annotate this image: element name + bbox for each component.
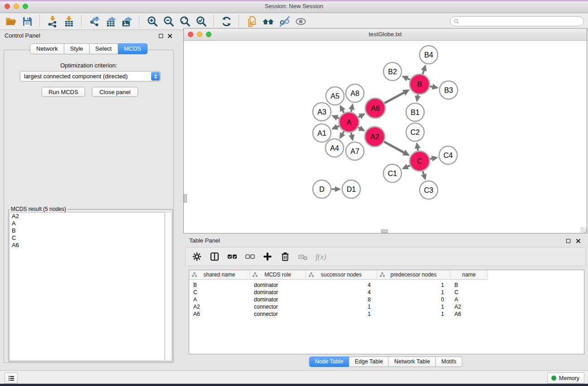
graph-node-B4[interactable]: B4: [420, 46, 438, 64]
mcds-list-scrollbar[interactable]: [165, 212, 172, 361]
search-box[interactable]: [450, 16, 584, 26]
graph-node-A6[interactable]: A6: [365, 98, 385, 118]
network-view-window: testGlobe.txt B4B2BB3A8A5A6B1A3AC2A1A2A4…: [183, 28, 587, 234]
columns-button[interactable]: [208, 250, 221, 263]
graph-node-A[interactable]: A: [339, 112, 359, 132]
task-list-icon: [8, 375, 15, 382]
close-panel-button[interactable]: Close panel: [92, 87, 138, 97]
column-header-shared-name[interactable]: shared name: [189, 270, 250, 280]
horizontal-scroll-thumb[interactable]: [381, 229, 388, 233]
graph-node-C4[interactable]: C4: [439, 146, 457, 164]
graph-node-D1[interactable]: D1: [342, 180, 360, 198]
graph-node-A5[interactable]: A5: [326, 87, 344, 105]
network-canvas[interactable]: B4B2BB3A8A5A6B1A3AC2A1A2A4A7C4CC1C3DD1: [184, 41, 587, 233]
hide-selected-button[interactable]: [276, 14, 292, 28]
column-header-mcds-role[interactable]: MCDS role: [250, 270, 306, 280]
graph-node-A1[interactable]: A1: [313, 124, 331, 142]
graph-edge-A2-C[interactable]: [384, 142, 405, 153]
tab-select[interactable]: Select: [90, 43, 118, 54]
float-table-panel-icon[interactable]: [565, 238, 571, 244]
function-builder-button[interactable]: f(x): [314, 250, 327, 263]
uncheck-all-button[interactable]: [243, 250, 257, 263]
graph-node-A4[interactable]: A4: [325, 139, 344, 157]
home-view-button[interactable]: [260, 14, 276, 28]
optimization-criterion-dropdown[interactable]: largest connected component (directed): [20, 71, 161, 81]
trash-button[interactable]: [278, 250, 292, 263]
table-row[interactable]: Cdominator41C: [189, 289, 584, 296]
resize-grip[interactable]: [581, 227, 587, 233]
tab-mcds[interactable]: MCDS: [118, 43, 148, 54]
graph-node-C1[interactable]: C1: [383, 164, 402, 182]
zoom-fit-button[interactable]: [177, 14, 193, 28]
graph-node-C2[interactable]: C2: [406, 123, 424, 141]
tab-motifs[interactable]: Motifs: [436, 357, 462, 367]
graph-node-B1[interactable]: B1: [406, 103, 424, 121]
main-titlebar: Session: New Session: [0, 0, 588, 13]
float-panel-icon[interactable]: [158, 33, 164, 39]
mcds-result-item[interactable]: A2: [10, 213, 164, 220]
graph-node-A3[interactable]: A3: [313, 103, 331, 121]
zoom-in-button[interactable]: [144, 14, 160, 28]
graph-node-D[interactable]: D: [313, 180, 331, 198]
search-input[interactable]: [461, 18, 580, 25]
tab-style[interactable]: Style: [64, 43, 90, 54]
graph-node-label: A7: [350, 148, 359, 155]
graph-node-A2[interactable]: A2: [365, 127, 385, 147]
table-row[interactable]: A6connector11A6: [189, 310, 584, 318]
add-column-icon: [262, 251, 273, 262]
export-table-button[interactable]: [102, 14, 119, 28]
graph-node-A7[interactable]: A7: [346, 142, 364, 160]
vertical-scroll-thumb[interactable]: [184, 194, 187, 203]
graph-node-label: A2: [370, 133, 379, 141]
delete-table-icon: [297, 251, 308, 262]
open-file-button[interactable]: [3, 14, 19, 28]
export-network-button[interactable]: [86, 14, 102, 28]
mcds-result-item[interactable]: B: [10, 227, 164, 234]
mcds-result-item[interactable]: C: [10, 234, 164, 242]
show-eye-button[interactable]: [292, 14, 309, 28]
check-all-button[interactable]: [225, 250, 239, 263]
network-document-button[interactable]: [244, 14, 260, 28]
memory-button[interactable]: Memory: [547, 372, 584, 384]
tab-edge-table[interactable]: Edge Table: [349, 357, 389, 367]
graph-node-B[interactable]: B: [410, 74, 430, 94]
mcds-result-title: MCDS result (5 nodes): [10, 206, 67, 212]
import-network-button[interactable]: [44, 14, 61, 28]
graph-node-C3[interactable]: C3: [420, 181, 438, 199]
refresh-network-button[interactable]: [218, 14, 234, 28]
mcds-result-item[interactable]: A6: [10, 242, 164, 249]
graph-node-label: B3: [444, 86, 453, 94]
zoom-out-button[interactable]: [160, 14, 177, 28]
add-column-button[interactable]: [261, 250, 274, 263]
import-table-button[interactable]: [61, 14, 77, 28]
graph-node-A8[interactable]: A8: [346, 84, 364, 102]
mcds-result-item[interactable]: A: [10, 220, 164, 227]
graph-node-label: C: [417, 157, 422, 165]
tab-node-table[interactable]: Node Table: [309, 357, 349, 367]
table-row[interactable]: Adominator80A: [189, 296, 584, 303]
tab-network[interactable]: Network: [30, 43, 64, 54]
column-header-successor-nodes[interactable]: successor nodes: [306, 270, 377, 280]
graph-edge-A6-B[interactable]: [385, 92, 405, 103]
application-window: Session: New Session Control Panel Netwo…: [0, 0, 588, 386]
save-session-button[interactable]: [19, 14, 35, 28]
close-panel-icon[interactable]: [167, 33, 173, 39]
gear-button[interactable]: [190, 250, 204, 263]
export-image-button[interactable]: [119, 14, 135, 28]
hierarchy-icon: [252, 272, 258, 278]
zoom-selected-button[interactable]: [193, 14, 209, 28]
close-table-panel-icon[interactable]: [575, 238, 581, 244]
task-history-button[interactable]: [5, 372, 18, 384]
column-header-name[interactable]: name: [450, 270, 488, 280]
graph-node-C[interactable]: C: [410, 151, 430, 171]
delete-table-button[interactable]: [296, 250, 310, 263]
graph-node-B2[interactable]: B2: [383, 62, 402, 81]
zoom-out-icon: [163, 15, 175, 28]
column-header-predecessor-nodes[interactable]: predecessor nodes: [377, 270, 450, 280]
toolbar-separator: [81, 15, 82, 27]
table-row[interactable]: A2connector11A2: [189, 303, 584, 310]
table-row[interactable]: Bdominator41B: [189, 281, 584, 289]
run-mcds-button[interactable]: Run MCDS: [42, 87, 85, 97]
tab-network-table[interactable]: Network Table: [389, 357, 436, 367]
graph-node-B3[interactable]: B3: [440, 81, 458, 99]
